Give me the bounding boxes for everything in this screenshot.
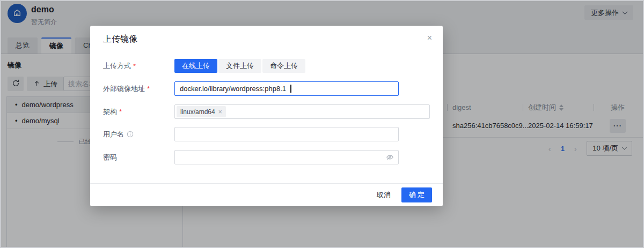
- field-label-username: 用户名: [103, 130, 174, 139]
- eye-off-icon[interactable]: [386, 153, 394, 161]
- field-label-method: 上传方式*: [103, 61, 174, 71]
- required-mark: *: [133, 62, 136, 70]
- form-row-password: 密码: [103, 150, 430, 164]
- arch-tag: linux/amd64 ×: [177, 106, 226, 117]
- password-input[interactable]: [174, 150, 399, 164]
- remove-tag-icon[interactable]: ×: [218, 108, 222, 116]
- modal-body: 上传方式* 在线上传 文件上传 命令上传 外部镜像地址* 架构*: [103, 59, 430, 164]
- field-label-password: 密码: [103, 153, 174, 162]
- form-row-arch: 架构* linux/amd64 ×: [103, 104, 430, 119]
- form-row-username: 用户名: [103, 127, 430, 141]
- modal-title: 上传镜像: [103, 26, 137, 52]
- field-label-address: 外部镜像地址*: [103, 84, 174, 94]
- method-command-button[interactable]: 命令上传: [262, 59, 305, 73]
- method-file-button[interactable]: 文件上传: [218, 59, 261, 73]
- form-row-address: 外部镜像地址*: [103, 81, 430, 96]
- image-address-input[interactable]: [174, 81, 399, 96]
- required-mark: *: [119, 108, 122, 116]
- username-input[interactable]: [174, 127, 399, 141]
- upload-method-group: 在线上传 文件上传 命令上传: [174, 59, 399, 73]
- modal-footer: 取消 确定: [90, 183, 443, 206]
- arch-tag-label: linux/amd64: [180, 108, 215, 116]
- required-mark: *: [147, 85, 150, 93]
- upload-image-modal: 上传镜像 × 上传方式* 在线上传 文件上传 命令上传 外部镜像地址* 架: [90, 26, 443, 206]
- username-field-wrap: [174, 127, 399, 141]
- field-label-arch: 架构*: [103, 107, 174, 117]
- address-field-wrap: [174, 81, 399, 96]
- text-caret: [290, 85, 291, 93]
- confirm-button[interactable]: 确定: [401, 187, 432, 202]
- password-field-wrap: [174, 150, 399, 164]
- cancel-button[interactable]: 取消: [377, 190, 391, 200]
- form-row-method: 上传方式* 在线上传 文件上传 命令上传: [103, 59, 430, 73]
- info-icon: [127, 131, 134, 138]
- close-icon[interactable]: ×: [427, 32, 432, 44]
- arch-select[interactable]: linux/amd64 ×: [174, 104, 430, 119]
- method-online-button[interactable]: 在线上传: [174, 59, 217, 73]
